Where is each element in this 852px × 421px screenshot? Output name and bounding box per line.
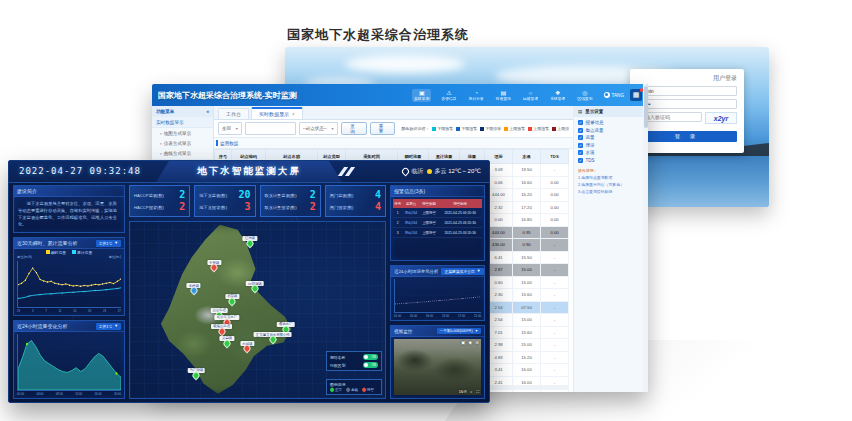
map-marker-11[interactable]: 正某建某供水有限公司 — [269, 336, 276, 343]
video-settings-icon[interactable]: ☼ — [470, 389, 474, 394]
video-frame[interactable]: ▣ ◉ ⊕ 16:9 ☼ ⛶ — [394, 339, 481, 395]
legend-color-swatch — [432, 127, 436, 131]
map-panel[interactable]: 汪沟镇李官镇半程镇白沙埠镇枣园镇兰山街道临沂市某水厂银雀山街道义堂镇通达水厂正某… — [129, 221, 386, 399]
flow30-title: 近30天瞬时、累计流量分析 — [17, 240, 78, 246]
flow30-well-select[interactable]: 工井1号▼ — [96, 240, 121, 247]
settings-checkbox-4[interactable]: ✓埋深 — [578, 143, 644, 148]
table-cell: 15.00 — [513, 314, 541, 327]
kpi-alarm-row: 取水计量报警(数)2 — [265, 202, 316, 212]
kpi-value: 4 — [375, 190, 381, 200]
nav-item-label: 系统管理 — [550, 97, 565, 101]
checkbox-label: TDS — [586, 158, 595, 163]
map-marker-8[interactable]: 银雀山街道 — [218, 328, 225, 335]
user-chip[interactable]: TANG — [604, 92, 624, 98]
depth24-title: 近24小时埋深变化分析 — [394, 269, 438, 274]
kpi-alarm-label: HACCP报警(数) — [134, 205, 164, 210]
alarm-panel: 报警信息(3条) 序号监测点报警类型报警时间1测站264上限报警2021-04-… — [390, 185, 485, 261]
nav-item-label: 统计分析 — [469, 97, 484, 101]
table-cell: - — [541, 326, 569, 339]
table-cell: 0.00 — [541, 226, 569, 239]
dashboard-header: 2022-04-27 09:32:48 地下水智能监测大屏 临沂 多云 12℃～… — [9, 161, 489, 183]
intro-panel: 建设简介 地下水监测系统主要对水位、水温、流量、水质等动态要素进行自动采集、存储… — [13, 185, 125, 233]
sidebar-item-1[interactable]: ▫地图方式显示 — [152, 128, 213, 138]
record-icon[interactable]: ◉ — [468, 340, 472, 345]
resolution-label: 16:9 — [459, 389, 467, 394]
table-cell: 16.20 — [513, 189, 541, 202]
map-marker-3[interactable]: 半程镇 — [190, 287, 197, 294]
settings-checkbox-2[interactable]: ✓整点流量 — [578, 128, 644, 133]
password-input[interactable] — [637, 99, 737, 109]
dashboard-title-plaque: 地下水智能监测大屏 — [156, 161, 342, 182]
reset-button[interactable]: 重置 — [370, 122, 395, 135]
snapshot-icon[interactable]: ▣ — [461, 340, 465, 345]
alarm-cell: 上限报警 — [420, 228, 439, 238]
nav-item-1[interactable]: ▣实时监测 — [412, 89, 431, 102]
x-tick: 19 — [88, 309, 91, 313]
keyword-input[interactable] — [245, 122, 295, 135]
settings-checkbox-6[interactable]: ✓TDS — [578, 158, 644, 163]
legend-chip-label: 下限预警 — [437, 126, 453, 131]
type-select[interactable]: 全部▼ — [218, 122, 242, 135]
nav-item-4[interactable]: ▤报表查询 — [494, 89, 513, 102]
nav-item-2[interactable]: ⚠告警信息 — [439, 89, 458, 102]
toggle-switch[interactable]: ON — [363, 354, 378, 360]
login-button[interactable]: 登 录 — [637, 131, 737, 142]
flow24-well-select[interactable]: 工井1号▼ — [96, 323, 121, 330]
checkbox-checked-icon: ✓ — [578, 128, 583, 133]
alarm-row[interactable]: 1测站264上限报警2021-04-25 03:20:30 — [393, 208, 482, 218]
toggle-switch[interactable]: ON — [363, 362, 378, 368]
table-cell: 17.20 — [513, 201, 541, 214]
tab-close-icon[interactable]: × — [292, 112, 295, 117]
vertical-scrollbar[interactable] — [643, 84, 648, 392]
table-cell: 19.50 — [513, 164, 541, 177]
alarm-cell: 2021-04-25 03:20:30 — [438, 208, 482, 218]
x-tick: 11 — [59, 309, 62, 313]
nav-item-3[interactable]: ◔统计分析 — [467, 89, 486, 102]
map-marker-1[interactable]: 汪沟镇 — [246, 240, 253, 247]
username-input[interactable] — [637, 86, 737, 96]
search-button[interactable]: 查询 — [341, 122, 366, 135]
station-state-select[interactable]: --站点状态--▼ — [299, 122, 338, 135]
camera-select[interactable]: 一干渠0+006(0009号)▼ — [437, 328, 481, 334]
legend-color-swatch — [504, 127, 508, 131]
zoom-icon[interactable]: ⊕ — [475, 340, 479, 345]
map-marker-4[interactable]: 白沙埠镇 — [251, 285, 258, 292]
notes-title: 操作说明： — [578, 168, 644, 174]
checkbox-checked-icon: ✓ — [578, 135, 583, 140]
sidebar-collapse-icon[interactable]: « — [206, 109, 209, 114]
nav-item-label: 运维管理 — [523, 97, 538, 101]
flow30-chart-panel: 近30天瞬时、累计流量分析 工井1号▼ 瞬时流量累计流量 单位(m³/h) 单位… — [13, 237, 125, 316]
map-marker-2[interactable]: 李官镇 — [211, 264, 218, 271]
kpi-value: 20 — [238, 190, 250, 200]
nav-item-5[interactable]: ☼运维管理 — [521, 89, 540, 102]
x-tick: 08:00 — [56, 392, 63, 396]
map-marker-12[interactable]: 方城镇 — [244, 345, 251, 352]
sidebar-item-3[interactable]: ▫曲线方式显示 — [152, 148, 213, 158]
alarm-row[interactable]: 3测站264上限报警2021-04-25 03:20:30 — [393, 228, 482, 238]
legend-chip: 下限停采 — [480, 126, 501, 131]
map-marker-5[interactable]: 枣园镇 — [229, 298, 236, 305]
app-grid-icon[interactable]: ▦ — [630, 89, 642, 101]
settings-checkbox-3[interactable]: ✓流量 — [578, 135, 644, 140]
tab-bar: 工作台实时数据显示× — [214, 106, 573, 120]
alarm-cell: 3 — [393, 228, 402, 238]
checkbox-checked-icon: ✓ — [578, 158, 583, 163]
nav-item-7[interactable]: ◎区域查询 — [575, 89, 594, 102]
nav-item-6[interactable]: ❖系统管理 — [548, 89, 567, 102]
alarm-row[interactable]: 2测站264上限报警2021-04-25 03:20:30 — [393, 218, 482, 228]
settings-checkbox-5[interactable]: ✓水温 — [578, 150, 644, 155]
fullscreen-icon[interactable]: ⛶ — [476, 389, 479, 394]
settings-checkbox-1[interactable]: ✓报警信息 — [578, 120, 644, 125]
map-marker-9[interactable]: 义堂镇 — [223, 340, 230, 347]
sidebar-section[interactable]: 实时数据显示 — [152, 117, 213, 128]
tab-1[interactable]: 工作台 — [218, 108, 249, 119]
alarm-info-icon: ⚠ — [446, 90, 451, 96]
nav-item-label: 告警信息 — [441, 97, 456, 101]
toggle-label: 测站名称 — [330, 355, 345, 360]
tab-2[interactable]: 实时数据显示× — [251, 107, 303, 119]
depth24-x-axis: 01:0005:0009:0013:0017:0021:00 — [391, 314, 484, 320]
map-marker-13[interactable]: 马厂湖镇 — [193, 372, 200, 379]
sidebar-item-2[interactable]: ▫仪表方式显示 — [152, 138, 213, 148]
captcha-image[interactable]: x2yr — [705, 112, 737, 124]
depth24-station-select[interactable]: 正某建某供水公司▼ — [441, 268, 483, 275]
